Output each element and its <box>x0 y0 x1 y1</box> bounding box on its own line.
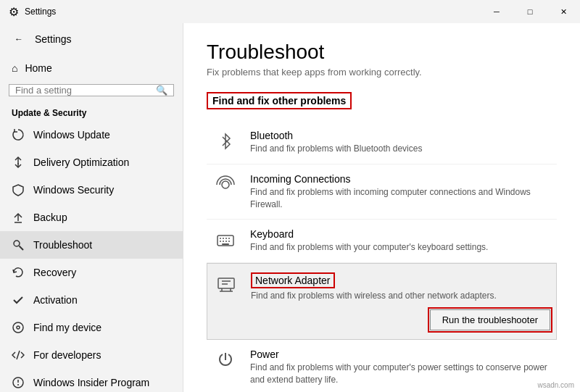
network-adapter-icon <box>213 272 239 294</box>
sidebar-item-delivery-optimization[interactable]: Delivery Optimization <box>0 149 183 176</box>
ts-desc-keyboard: Find and fix problems with your computer… <box>250 241 551 254</box>
svg-point-11 <box>17 384 19 385</box>
svg-point-7 <box>17 326 20 329</box>
app-body: ← Settings ⌂ Home 🔍 Update & Security Wi… <box>0 23 580 392</box>
sidebar-item-recovery[interactable]: Recovery <box>0 259 183 286</box>
svg-rect-23 <box>218 278 234 288</box>
section-heading: Find and fix other problems <box>207 92 352 109</box>
sidebar-item-backup[interactable]: Backup <box>0 204 183 231</box>
ts-item-network-adapter[interactable]: Network AdapterFind and fix problems wit… <box>207 263 557 340</box>
ts-text-keyboard: KeyboardFind and fix problems with your … <box>250 228 551 254</box>
ts-desc-bluetooth: Find and fix problems with Bluetooth dev… <box>250 143 551 155</box>
ts-name-incoming-connections: Incoming Connections <box>250 173 551 185</box>
search-input[interactable] <box>15 85 156 96</box>
ts-item-keyboard: KeyboardFind and fix problems with your … <box>207 220 557 263</box>
sidebar-item-home[interactable]: ⌂ Home <box>0 55 183 81</box>
ts-name-network-adapter: Network Adapter <box>251 272 335 288</box>
power-icon <box>212 349 239 370</box>
ts-item-incoming-connections: Incoming ConnectionsFind and fix problem… <box>207 164 557 220</box>
search-box: 🔍 <box>9 84 174 96</box>
for-developers-icon <box>12 349 25 362</box>
search-icon[interactable]: 🔍 <box>156 85 167 96</box>
sidebar-item-activation[interactable]: Activation <box>0 286 183 314</box>
sidebar-item-troubleshoot[interactable]: Troubleshoot <box>0 231 183 259</box>
svg-point-4 <box>14 241 20 246</box>
titlebar-left: ⚙ Settings <box>9 5 56 19</box>
ts-item-power: PowerFind and fix problems with your com… <box>207 340 557 392</box>
ts-text-incoming-connections: Incoming ConnectionsFind and fix problem… <box>250 173 551 211</box>
sidebar-item-for-developers[interactable]: For developers <box>0 341 183 369</box>
windows-security-icon <box>12 183 25 196</box>
sidebar-item-label-recovery: Recovery <box>33 267 76 278</box>
home-label: Home <box>25 62 51 74</box>
sidebar-item-label-delivery-optimization: Delivery Optimization <box>33 157 129 168</box>
content-area: Troubleshoot Fix problems that keep apps… <box>183 23 580 392</box>
sidebar-item-label-windows-security: Windows Security <box>33 184 114 196</box>
sidebar-items-list: Windows UpdateDelivery OptimizationWindo… <box>0 121 183 392</box>
sidebar-item-label-troubleshoot: Troubleshoot <box>33 239 92 251</box>
sidebar-section-title: Update & Security <box>0 102 183 121</box>
bluetooth-icon <box>212 130 239 151</box>
windows-insider-icon <box>12 376 25 389</box>
back-button[interactable]: ← <box>9 29 29 49</box>
maximize-button[interactable]: □ <box>513 0 547 23</box>
svg-point-12 <box>222 181 229 188</box>
sidebar-item-find-my-device[interactable]: Find my device <box>0 314 183 341</box>
sidebar-item-label-activation: Activation <box>33 294 78 306</box>
close-button[interactable]: ✕ <box>547 0 580 23</box>
backup-icon <box>12 211 25 224</box>
sidebar-item-windows-insider[interactable]: Windows Insider Program <box>0 369 183 392</box>
ts-name-bluetooth: Bluetooth <box>250 130 551 141</box>
ts-desc-power: Find and fix problems with your computer… <box>250 362 551 386</box>
find-my-device-icon <box>12 321 25 334</box>
home-icon: ⌂ <box>12 62 17 74</box>
sidebar-item-label-windows-update: Windows Update <box>33 129 110 141</box>
sidebar-item-label-find-my-device: Find my device <box>33 322 102 333</box>
page-subtitle: Fix problems that keep apps from working… <box>207 67 557 78</box>
sidebar-app-title: Settings <box>35 33 72 45</box>
recovery-icon <box>12 266 25 279</box>
ts-name-power: Power <box>250 349 551 360</box>
sidebar-item-windows-security[interactable]: Windows Security <box>0 176 183 204</box>
titlebar-controls: ─ □ ✕ <box>480 0 580 23</box>
run-troubleshooter-button[interactable]: Run the troubleshooter <box>430 309 550 330</box>
sidebar-item-label-windows-insider: Windows Insider Program <box>33 377 149 388</box>
titlebar: ⚙ Settings ─ □ ✕ <box>0 0 580 23</box>
ts-text-network-adapter: Network AdapterFind and fix problems wit… <box>251 272 550 330</box>
ts-text-bluetooth: BluetoothFind and fix problems with Blue… <box>250 130 551 155</box>
sidebar-item-label-for-developers: For developers <box>33 349 101 361</box>
svg-line-8 <box>17 351 20 359</box>
ts-desc-network-adapter: Find and fix problems with wireless and … <box>251 290 550 302</box>
titlebar-title: Settings <box>25 7 56 17</box>
troubleshoot-list: BluetoothFind and fix problems with Blue… <box>207 121 557 392</box>
incoming-connections-icon <box>212 173 239 195</box>
sidebar: ← Settings ⌂ Home 🔍 Update & Security Wi… <box>0 23 183 392</box>
keyboard-icon <box>212 228 239 250</box>
svg-point-6 <box>13 322 23 333</box>
svg-line-5 <box>20 246 24 251</box>
windows-update-icon <box>12 128 25 141</box>
minimize-button[interactable]: ─ <box>480 0 513 23</box>
ts-name-keyboard: Keyboard <box>250 228 551 240</box>
delivery-optimization-icon <box>12 156 25 169</box>
page-title: Troubleshoot <box>207 41 557 64</box>
sidebar-item-label-backup: Backup <box>33 212 67 223</box>
sidebar-nav: ← Settings <box>0 23 183 55</box>
settings-icon: ⚙ <box>9 5 19 19</box>
ts-item-bluetooth: BluetoothFind and fix problems with Blue… <box>207 121 557 164</box>
run-btn-row-network-adapter: Run the troubleshooter <box>251 309 550 330</box>
ts-text-power: PowerFind and fix problems with your com… <box>250 349 551 386</box>
activation-icon <box>12 293 25 306</box>
sidebar-item-windows-update[interactable]: Windows Update <box>0 121 183 149</box>
watermark: wsadn.com <box>537 381 574 389</box>
ts-desc-incoming-connections: Find and fix problems with incoming comp… <box>250 186 551 211</box>
troubleshoot-icon <box>12 238 25 251</box>
